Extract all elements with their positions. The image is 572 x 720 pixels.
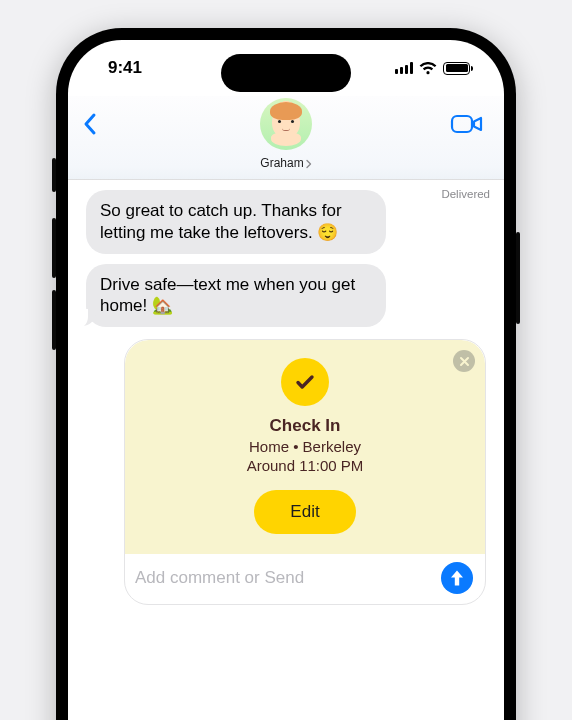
svg-rect-0 [452,116,472,132]
checkin-card: Check In Home • Berkeley Around 11:00 PM… [125,340,485,554]
message-bubble[interactable]: So great to catch up. Thanks for letting… [86,190,386,254]
contact-avatar[interactable] [260,98,312,150]
message-thread[interactable]: Delivered So great to catch up. Thanks f… [68,190,504,605]
checkin-time: Around 11:00 PM [125,457,485,474]
power-button [516,232,520,324]
battery-icon [443,62,470,75]
compose-bar [125,554,485,604]
conversation-header: Graham [68,96,504,180]
mute-switch [52,158,56,192]
wifi-icon [419,62,437,75]
back-button[interactable] [82,112,98,140]
iphone-frame: 9:41 Graham Delivered So [56,28,516,720]
volume-up [52,218,56,278]
arrow-up-icon [449,569,465,587]
delivered-label: Delivered [441,188,490,200]
dynamic-island [221,54,351,92]
contact-name-label: Graham [260,156,303,170]
cellular-icon [395,62,413,74]
screen: 9:41 Graham Delivered So [68,40,504,720]
checkin-location: Home • Berkeley [125,438,485,455]
facetime-button[interactable] [450,112,484,140]
checkin-close-button[interactable] [453,350,475,372]
contact-name-button[interactable]: Graham [260,156,311,170]
status-icons [395,62,470,75]
chevron-right-icon [305,159,312,169]
send-button[interactable] [441,562,473,594]
checkin-edit-button[interactable]: Edit [254,490,355,534]
message-bubble[interactable]: Drive safe—text me when you get home! 🏡 [86,264,386,328]
checkin-title: Check In [125,416,485,436]
checkin-attachment: Check In Home • Berkeley Around 11:00 PM… [124,339,486,605]
volume-down [52,290,56,350]
checkmark-icon [292,369,318,395]
close-icon [459,356,470,367]
compose-input[interactable] [135,560,431,596]
status-time: 9:41 [108,58,142,78]
checkin-badge-icon [281,358,329,406]
